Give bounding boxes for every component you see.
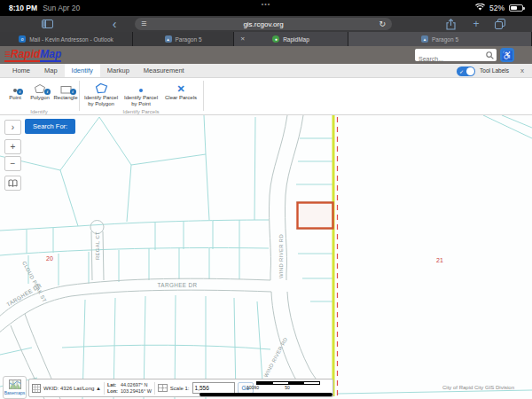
safari-tab-bar: o Mail - Kevin Andresson - Outlook ▴ Par… [0, 32, 532, 46]
tab-identify[interactable]: Identify [65, 64, 100, 77]
parcel-number-21: 21 [436, 257, 443, 263]
zoom-out-button[interactable]: − [4, 156, 21, 171]
point-button[interactable]: i Point [4, 81, 27, 101]
identify-group: i Point i Polygon i Rectangle Identify [0, 78, 78, 115]
street-label-targhee: TARGHEE DR [158, 282, 198, 288]
identify-parcel-by-polygon-button[interactable]: Identify Parcel by Polygon [82, 81, 121, 106]
book-icon [8, 179, 18, 187]
tab-mail-outlook[interactable]: o Mail - Kevin Andresson - Outlook [0, 32, 133, 46]
tab-markup[interactable]: Markup [100, 64, 137, 77]
tabs-overview-icon[interactable] [493, 16, 507, 32]
rectangle-button[interactable]: i Rectangle [53, 81, 78, 101]
share-icon[interactable] [443, 16, 458, 32]
clear-parcels-button[interactable]: ✕ Clear Parcels [161, 81, 200, 101]
street-labels: TARGHEE DR TARGHEE DR WIND RIVER RD WIND… [5, 231, 288, 379]
status-bar: 8:10 PM Sun Apr 20 ••• 52% [0, 0, 532, 16]
tab-paragon5-b[interactable]: ▴ Paragon 5 [348, 32, 532, 46]
toggle-knob [466, 67, 474, 75]
clock: 8:10 PM [9, 4, 37, 12]
zoom-in-button[interactable]: + [4, 139, 21, 154]
paragon-icon: ▴ [421, 35, 428, 43]
address-bar[interactable]: ☰ gis.rcgov.org ↻ [135, 18, 392, 30]
wifi-icon [475, 4, 485, 12]
tool-labels-toggle[interactable]: ✓ [457, 66, 475, 76]
parcel-lines [0, 115, 532, 399]
ribbon-toolbar: i Point i Polygon i Rectangle Identify I… [0, 78, 532, 115]
battery-percent: 52% [489, 4, 505, 12]
parcel-point-icon [137, 81, 145, 94]
search-for-button[interactable]: Search For: [25, 119, 75, 134]
projection-icon [32, 384, 41, 393]
new-tab-icon[interactable]: + [470, 16, 482, 32]
close-tab-icon[interactable]: ✕ [240, 35, 245, 43]
parcel-number-20: 20 [46, 255, 53, 262]
group-label: Identify Parcels [80, 109, 202, 114]
tool-labels-label: Tool Labels [480, 67, 509, 74]
check-icon: ✓ [459, 68, 464, 74]
point-icon: i [12, 81, 19, 94]
url-text: gis.rcgov.org [135, 20, 392, 28]
tab-label: RapidMap [283, 36, 309, 43]
back-icon[interactable]: ‹ [108, 16, 121, 32]
accessibility-icon[interactable]: ♿ [500, 48, 514, 62]
home-indicator[interactable] [200, 393, 332, 396]
tab-label: Paragon 5 [176, 36, 202, 43]
tab-label: Paragon 5 [432, 36, 458, 43]
map-canvas[interactable]: TARGHEE DR TARGHEE DR WIND RIVER RD WIND… [0, 115, 532, 399]
panel-expand-button[interactable]: › [4, 120, 21, 135]
group-label: Identify [0, 109, 78, 114]
battery-icon [509, 4, 523, 12]
street-label-regal-ct: REGAL CT [95, 231, 100, 260]
tab-map[interactable]: Map [37, 64, 65, 77]
tab-paragon5-a[interactable]: ▴ Paragon 5 [133, 32, 234, 46]
coordinates-icon[interactable] [158, 384, 168, 392]
multitask-indicator-icon[interactable]: ••• [255, 1, 277, 7]
identify-parcel-by-point-button[interactable]: Identify Parcel by Point [121, 81, 160, 106]
rapidmap-header: ≡RapidMap ♿ [0, 46, 532, 64]
tab-home[interactable]: Home [5, 64, 37, 77]
basemaps-label: Basemaps [4, 390, 26, 395]
basemaps-button[interactable]: Basemaps [3, 376, 27, 399]
street-label-wind-river: WIND RIVER RD [278, 234, 284, 278]
tab-measurement[interactable]: Measurement [137, 64, 192, 77]
date: Sun Apr 20 [43, 4, 80, 12]
parcel-polygon-icon [95, 81, 108, 94]
tab-rapidmap-active[interactable]: ✕ ● RapidMap [234, 32, 348, 46]
reader-icon[interactable]: ☰ [141, 20, 146, 27]
identify-parcels-group: Identify Parcel by Polygon Identify Parc… [80, 78, 202, 115]
tab-label: Mail - Kevin Andresson - Outlook [29, 36, 113, 43]
sidebar-icon[interactable] [39, 16, 55, 32]
selected-parcel-highlight[interactable] [298, 203, 333, 229]
rectangle-icon: i [60, 81, 72, 94]
map-viewport[interactable]: TARGHEE DR TARGHEE DR WIND RIVER RD WIND… [0, 115, 532, 399]
clear-parcels-icon: ✕ [176, 81, 184, 94]
scale-label: Scale 1: [170, 386, 190, 391]
outlook-icon: o [19, 35, 26, 43]
ipad-screen: 8:10 PM Sun Apr 20 ••• 52% ‹ › ☰ gis.rcg… [0, 0, 532, 399]
reload-icon[interactable]: ↻ [379, 20, 386, 28]
divider [104, 382, 105, 395]
rapidmap-icon: ● [272, 35, 279, 43]
ribbon-tab-row: Home Map Identify Markup Measurement ✓ T… [0, 64, 532, 78]
divider [154, 382, 155, 395]
group-separator [203, 81, 204, 111]
header-search-box[interactable] [415, 49, 497, 61]
polygon-button[interactable]: i Polygon [27, 81, 52, 101]
cursor-coordinates: Lat:44.02697° N Lon:103.29416° W [107, 382, 152, 394]
street-label-wind-river-2: WIND RIVER RD [263, 337, 289, 379]
basemap-icon [9, 379, 21, 389]
polygon-icon: i [34, 81, 46, 94]
parcel-numbers: 20 21 [46, 255, 443, 263]
paragon-icon: ▴ [165, 35, 172, 43]
search-icon[interactable] [486, 51, 494, 59]
rapidmap-logo[interactable]: ≡RapidMap [4, 48, 61, 60]
map-attribution: City of Rapid City GIS Division [442, 385, 514, 390]
wkid-selector[interactable]: WKID: 4326 Lat/Long ▲ [43, 386, 101, 391]
ribbon-close-icon[interactable]: x [520, 66, 524, 74]
bookmarks-button[interactable] [4, 176, 21, 191]
safari-toolbar: ‹ › ☰ gis.rcgov.org ↻ + [0, 16, 532, 32]
